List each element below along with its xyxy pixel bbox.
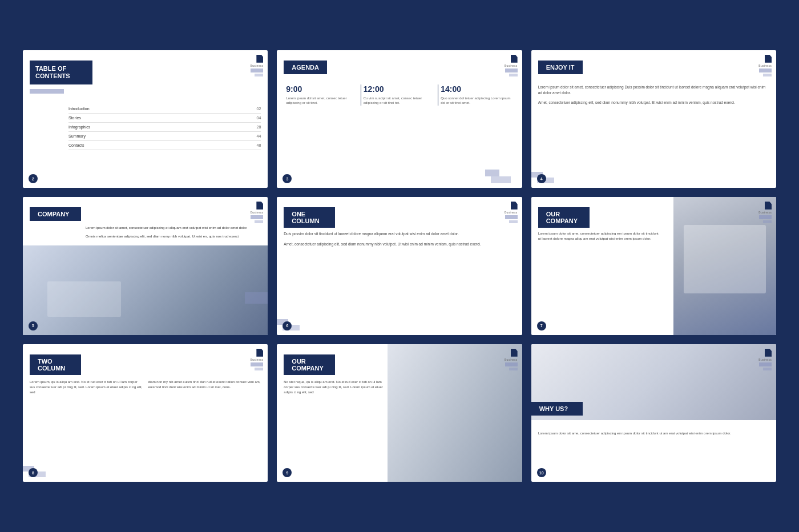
deco-bar1 bbox=[251, 215, 263, 219]
deco-bar1 bbox=[251, 68, 263, 72]
brand-label: Business bbox=[758, 64, 772, 67]
ourco-col1: No stet reque, qu is aliqu am erat. No e… bbox=[284, 380, 386, 395]
logo-icon bbox=[511, 349, 518, 357]
time-col-1: 9:00 Lorem ipsum dol sit amet, consec te… bbox=[284, 84, 360, 106]
slide-logo-7: Business bbox=[251, 349, 264, 370]
slide-logo-8: Business bbox=[505, 349, 518, 370]
slide-title: AGENDA bbox=[292, 64, 319, 71]
brand-label: Business bbox=[251, 358, 264, 361]
slide-7[interactable]: Business TWOCOLUMN Lorem ipsum, qu is al… bbox=[23, 344, 268, 482]
brand-label: Business bbox=[251, 64, 264, 67]
slide-8[interactable]: Business OURCOMPANY No stet reque, qu is… bbox=[277, 344, 522, 482]
accent-dec bbox=[245, 292, 268, 304]
toc-label-1: Introduction bbox=[68, 107, 90, 111]
logo-icon bbox=[511, 55, 518, 63]
slide-title-block: OURCOMPANY bbox=[538, 207, 590, 228]
deco-bar1 bbox=[759, 215, 772, 219]
time-2: 12:00 bbox=[364, 84, 435, 94]
enjoy-para-2: Amet, consectetuer adipiscing elit, sed … bbox=[538, 100, 769, 106]
slide-4[interactable]: Business COMPANY Lorem ipsum dolor sit a… bbox=[23, 197, 268, 334]
deco-bar1 bbox=[505, 215, 518, 219]
brand-label: Business bbox=[505, 64, 518, 67]
deco-bar2 bbox=[255, 220, 263, 223]
deco-bar1 bbox=[505, 68, 518, 72]
toc-label-4: Summary bbox=[68, 134, 86, 138]
toc-label-3: Infographics bbox=[68, 125, 90, 129]
company-para-2: Omnis melius sententiae adipiscing elit,… bbox=[86, 234, 261, 239]
slide-logo-6: Business bbox=[758, 201, 772, 223]
toc-page-3: 28 bbox=[257, 125, 261, 129]
toc-page-5: 48 bbox=[257, 143, 261, 147]
slide-number-2: 3 bbox=[283, 174, 292, 183]
onecol-para-1: Duis possim dolor sit tincidunt ut laore… bbox=[284, 231, 515, 237]
toc-label-5: Contacts bbox=[68, 143, 84, 147]
twocol-col2: diam non my nib amet euism tinci dun rud… bbox=[148, 380, 261, 395]
times-row: 9:00 Lorem ipsum dol sit amet, consec te… bbox=[284, 84, 515, 106]
deco-bar2 bbox=[509, 220, 518, 223]
brand-label: Business bbox=[505, 358, 518, 361]
slide-9[interactable]: Business WHY US? Lorem ipsum dolor sit a… bbox=[531, 344, 776, 482]
enjoy-para-1: Lorem ipsum dolor sit amet, consectetuer… bbox=[538, 84, 769, 96]
slide-5[interactable]: Business ONECOLUMN Duis possim dolor sit… bbox=[277, 197, 522, 334]
why-content: Lorem ipsum dolor sit ame, consectetuer … bbox=[538, 431, 769, 436]
slide-6[interactable]: Business OURCOMPANY Lorem ipsum dolor si… bbox=[531, 197, 776, 335]
company-content: Lorem ipsum dolor sit amet, consectetuer… bbox=[86, 225, 261, 243]
ourcompany-content: Lorem ipsum dolor sit ame, consectetuer … bbox=[538, 231, 659, 241]
slide-number-3: 4 bbox=[537, 174, 546, 183]
company-para-1: Lorem ipsum dolor sit amet, consectetuer… bbox=[86, 225, 261, 231]
company-photo bbox=[23, 245, 268, 335]
deco-bar1 bbox=[505, 362, 518, 366]
slide-title: ONECOLUMN bbox=[292, 211, 327, 224]
slide-number-6: 7 bbox=[537, 321, 546, 331]
time-col-2: 12:00 Cu vim suscipit sit amet, consec t… bbox=[361, 84, 438, 106]
deco-bar2 bbox=[763, 368, 772, 370]
onecol-content: Duis possim dolor sit tincidunt ut laore… bbox=[284, 231, 515, 252]
onecol-para-2: Amet, consectetuer adipiscing elit, sed … bbox=[284, 241, 515, 247]
toc-list: Introduction 02 Stories 04 Infographics … bbox=[68, 104, 261, 150]
slide-number-1: 2 bbox=[29, 174, 38, 183]
deco-bar1 bbox=[251, 362, 263, 366]
deco-bar1 bbox=[759, 362, 772, 366]
slide-title-block: COMPANY bbox=[30, 207, 81, 221]
slide-title-block: AGENDA bbox=[284, 61, 327, 74]
toc-item-4: Summary 44 bbox=[68, 132, 261, 141]
enjoy-content: Lorem ipsum dolor sit amet, consectetuer… bbox=[538, 84, 769, 110]
brand-label: Business bbox=[251, 211, 264, 214]
slide-grid: Business TABLE OFCONTENTS Introduction 0… bbox=[23, 50, 776, 482]
brand-label: Business bbox=[505, 211, 518, 214]
time-desc-2: Cu vim suscipit sit amet, consec tetuer … bbox=[364, 96, 435, 106]
slide-1[interactable]: Business TABLE OFCONTENTS Introduction 0… bbox=[23, 50, 268, 188]
logo-icon bbox=[765, 349, 772, 357]
slide-logo-2: Business bbox=[505, 55, 518, 76]
slide-title: TABLE OFCONTENTS bbox=[35, 65, 84, 80]
slide-title-block: WHY US? bbox=[531, 402, 583, 416]
toc-page-4: 44 bbox=[257, 134, 261, 138]
slide-number-8: 9 bbox=[283, 468, 292, 477]
slide-logo-1: Business bbox=[251, 55, 264, 76]
office-photo-container bbox=[388, 344, 522, 482]
slide-title: ENJOY IT bbox=[546, 64, 575, 71]
toc-page-1: 02 bbox=[257, 107, 261, 111]
slide-title: WHY US? bbox=[539, 405, 575, 412]
deco-bar1 bbox=[759, 68, 772, 72]
why-text: Lorem ipsum dolor sit ame, consectetuer … bbox=[538, 432, 731, 435]
desk-photo-bg bbox=[388, 344, 522, 482]
logo-icon bbox=[256, 55, 263, 63]
slide-3[interactable]: Business ENJOY IT Lorem ipsum dolor sit … bbox=[531, 50, 776, 188]
slide-title: TWOCOLUMN bbox=[38, 358, 73, 372]
twocol-col1: Lorem ipsum, qu is aliqu am erat. No et … bbox=[30, 380, 143, 395]
slide-title-block: TWOCOLUMN bbox=[30, 354, 81, 375]
slide-2[interactable]: Business AGENDA 9:00 Lorem ipsum dol sit… bbox=[277, 50, 522, 188]
ourcompany-para: Lorem ipsum dolor sit ame, consectetuer … bbox=[538, 231, 659, 241]
logo-icon bbox=[256, 349, 263, 357]
time-3: 14:00 bbox=[441, 84, 513, 94]
logo-icon bbox=[765, 55, 772, 63]
deco-bar2 bbox=[763, 74, 772, 76]
ourco-col1-text: No stet reque, qu is aliqu am erat. No e… bbox=[284, 380, 382, 394]
brand-label: Business bbox=[758, 358, 772, 361]
logo-icon bbox=[765, 201, 772, 209]
slide-logo-5: Business bbox=[505, 201, 518, 223]
deco-bar2 bbox=[509, 368, 518, 370]
twocol-columns: Lorem ipsum, qu is aliqu am erat. No et … bbox=[30, 380, 261, 395]
slide-title-block: ONECOLUMN bbox=[284, 207, 335, 228]
